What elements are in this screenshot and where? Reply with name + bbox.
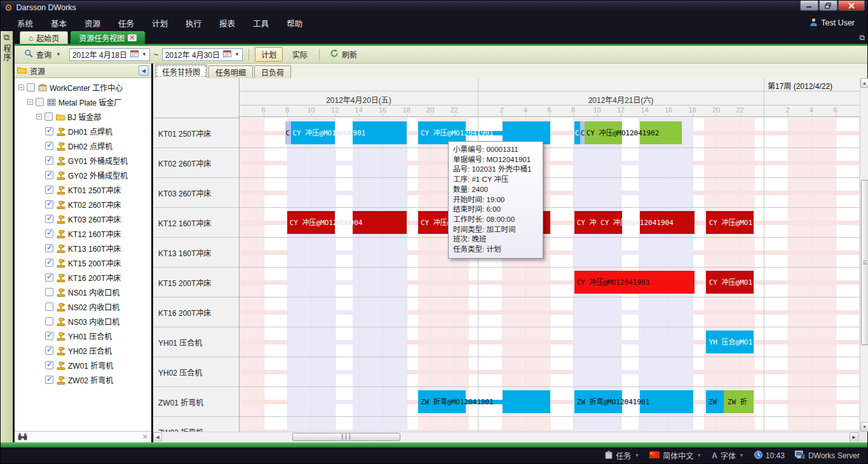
tree-item[interactable]: NS03 内收口机 [15,314,151,329]
menu-item[interactable]: 资源 [76,15,109,32]
task-bar-label: C [581,121,585,144]
tree-item[interactable]: NS02 内收口机 [15,299,151,314]
user-badge[interactable]: Test User [810,18,860,28]
view-tab[interactable]: 任务明细 [208,65,253,78]
tree-item[interactable]: KT15 200T冲床 [15,256,151,270]
status-item[interactable]: 任务▼ [605,450,639,461]
tree-expander-icon[interactable]: − [36,114,42,119]
day-header: 2012年4月21日(六) [478,92,764,105]
view-tab[interactable]: 任务甘特图 [155,64,207,78]
tree-item[interactable]: YH02 压合机 [15,343,151,358]
tree-item[interactable]: YH01 压合机 [15,329,151,343]
tree-item[interactable]: −Metal Plate 钣金厂 [15,95,151,109]
tree-item[interactable]: KT02 260T冲床 [15,197,151,212]
vertical-scroll-thumb[interactable]: ☰ [861,180,868,345]
tree-item[interactable]: ZW02 折弯机 [15,372,151,387]
tree-checkbox[interactable] [45,288,53,296]
tree-item[interactable]: GY02 外桶成型机 [15,168,151,182]
tree-checkbox[interactable] [45,303,53,311]
tree-item[interactable]: −BJ 钣金部 [15,109,151,124]
tree-checkbox[interactable] [45,273,53,282]
tree-item[interactable]: KT03 260T冲床 [15,212,151,226]
collapse-panel-button[interactable]: ◀ [139,65,149,76]
tree-expander-icon[interactable]: − [18,85,24,90]
tab-home[interactable]: ⌂ 起始页 [20,31,68,44]
status-item[interactable]: 10:43 [754,451,785,461]
tree-checkbox[interactable] [45,200,53,208]
restore-button[interactable] [819,1,837,11]
tree-item[interactable]: KT01 250T冲床 [15,182,151,197]
chevron-down-icon[interactable]: ▼ [696,453,702,458]
view-tab[interactable]: 日负荷 [254,65,291,78]
horizontal-scrollbar[interactable]: ◀ ┃┃┃ ▶ [153,432,867,442]
tree-item[interactable]: −WorkCenter 工作中心 [15,80,151,95]
tree-checkbox[interactable] [45,215,53,223]
menu-item[interactable]: 工具 [244,15,278,32]
tree-checkbox[interactable] [45,376,53,384]
task-bar[interactable] [503,390,550,413]
menu-item[interactable]: 报表 [210,15,244,32]
tree-item[interactable]: GY01 外桶成型机 [15,153,151,168]
date-to-field[interactable]: 2012年 4月30日 ▼ [162,48,243,61]
tree-checkbox[interactable] [45,259,53,267]
window-list-icon[interactable]: ⧉ [859,33,865,42]
task-bar-label: ZW 折弯@MO12041901 [577,390,650,413]
tree-item[interactable]: KT16 200T冲床 [15,270,151,285]
tree-checkbox[interactable] [45,244,53,252]
clear-filter-icon[interactable]: ✕ [142,433,148,441]
status-item[interactable]: DWorks Server [795,451,860,461]
tree-checkbox[interactable] [45,317,53,325]
day-header: 2012年4月20日(五) [240,92,478,105]
program-side-strip[interactable]: ⧉ 程序 [1,31,15,442]
tree-item[interactable]: NS01 内收口机 [15,285,151,299]
tree-checkbox[interactable] [45,346,53,355]
scroll-left-icon[interactable]: ◀ [153,432,162,442]
tree-checkbox[interactable] [27,83,35,92]
tree-checkbox[interactable] [45,142,53,150]
folder-icon [17,66,27,76]
tab-close-icon[interactable]: ✕ [128,34,136,41]
scroll-down-icon[interactable]: ▼ [860,422,868,432]
machine-icon [56,361,65,370]
tree-item[interactable]: DH02 点焊机 [15,139,151,153]
tree-checkbox[interactable] [45,332,53,340]
clipboard-icon [605,451,613,461]
tree-item[interactable]: DH01 点焊机 [15,124,151,139]
chevron-down-icon[interactable]: ▼ [739,453,744,458]
scroll-up-icon[interactable]: ▲ [860,78,868,88]
tree-item[interactable]: KT13 160T冲床 [15,241,151,256]
menu-item[interactable]: 执行 [177,15,210,32]
tree-checkbox[interactable] [45,229,53,238]
vertical-scrollbar[interactable]: ▲ ☰ ▼ [860,78,868,432]
tree-checkbox[interactable] [45,186,53,194]
tree-checkbox[interactable] [45,171,53,179]
tree-checkbox[interactable] [45,156,53,165]
horizontal-scroll-thumb[interactable]: ┃┃┃ [292,433,400,441]
tree-checkbox[interactable] [45,127,53,135]
tree-checkbox[interactable] [45,361,53,369]
actual-toggle[interactable]: 实际 [287,48,313,61]
tree-item[interactable]: KT12 160T冲床 [15,226,151,241]
plan-toggle[interactable]: 计划 [255,47,283,62]
refresh-button[interactable]: 刷新 [325,47,362,62]
document-tab-row: ⌂ 起始页 资源任务视图 ✕ ⧉ [15,31,867,46]
status-item[interactable]: 简体中文▼ [649,450,702,461]
menu-item[interactable]: 任务 [109,15,143,32]
menu-item[interactable]: 基本 [42,15,76,32]
menu-item[interactable]: 系统 [8,15,42,32]
date-from-field[interactable]: 2012年 4月18日 ▼ [69,48,150,61]
tree-expander-icon[interactable]: − [27,99,33,105]
query-button[interactable]: 查询 ▼ [20,47,65,62]
scroll-right-icon[interactable]: ▶ [850,432,858,442]
tree-checkbox[interactable] [44,113,53,121]
menu-item[interactable]: 帮助 [278,15,311,32]
menu-item[interactable]: 计划 [143,15,177,32]
chevron-down-icon[interactable]: ▼ [634,453,639,458]
tree-item[interactable]: ZW01 折弯机 [15,358,151,372]
tab-resource-task-view[interactable]: 资源任务视图 ✕ [71,31,144,44]
close-button[interactable] [838,1,865,11]
status-item[interactable]: A字体▼ [712,450,744,461]
binoculars-icon[interactable] [18,432,27,443]
tree-checkbox[interactable] [36,98,44,106]
minimize-button[interactable] [800,1,818,11]
